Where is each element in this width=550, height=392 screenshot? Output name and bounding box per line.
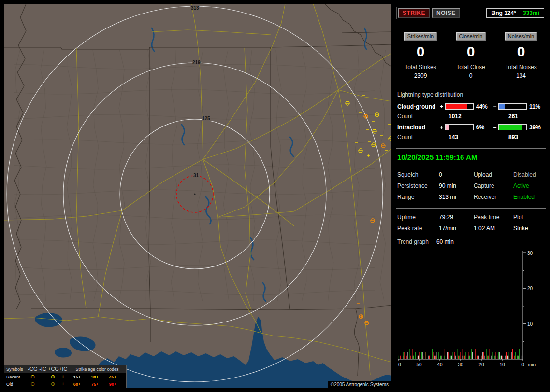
legend-header-row: Symbols -CG -IC +CG +IC Strike age color… xyxy=(4,365,126,373)
legend-col-neg-ic: -IC xyxy=(38,366,48,372)
legend-col-neg-cg: -CG xyxy=(28,366,38,372)
count-label: Count xyxy=(397,113,440,120)
strikes-column: Strikes/min 0 Total Strikes 2309 xyxy=(395,32,446,79)
cloud-ground-label: Cloud-ground xyxy=(397,103,439,110)
ic-plus-pct: 6% xyxy=(476,124,492,131)
close-per-min-button[interactable]: Close/min xyxy=(456,32,486,41)
uptime-label: Uptime xyxy=(397,214,439,221)
svg-text:min: min xyxy=(528,362,536,367)
peak-time-value: 1:02 AM xyxy=(474,225,513,232)
squelch-label: Squelch xyxy=(397,171,439,178)
trend-window-value: 60 min xyxy=(436,238,454,245)
cloud-ground-count-row: Count 1012 261 xyxy=(397,113,545,120)
strikes-per-min-button[interactable]: Strikes/min xyxy=(404,32,437,41)
trend-graph-chart: 1020306050403020100min xyxy=(398,249,543,374)
county-borders-layer xyxy=(14,50,386,301)
ic-plus-bar xyxy=(445,124,473,130)
minus-sign: − xyxy=(492,103,498,110)
squelch-value: 0 xyxy=(439,171,474,178)
svg-text:10: 10 xyxy=(527,322,533,327)
ring-labels-layer: 31321912531 xyxy=(191,5,210,178)
ic-minus-count: 893 xyxy=(502,134,518,140)
strike-symbol xyxy=(367,154,370,157)
persistence-label: Persistence xyxy=(397,182,439,189)
strike-symbol xyxy=(373,129,376,133)
legend-age-45: 45+ xyxy=(104,375,122,379)
capture-value: Active xyxy=(513,182,545,189)
svg-text:20: 20 xyxy=(527,286,533,291)
legend-recent-label: Recent xyxy=(4,375,28,379)
separator xyxy=(396,148,546,149)
svg-text:60: 60 xyxy=(398,362,401,367)
trend-header: Trend graph 60 min xyxy=(397,238,545,245)
cg-plus-count: 1012 xyxy=(440,113,502,120)
noises-per-min-button[interactable]: Noises/min xyxy=(505,32,537,41)
strikes-per-min-value: 0 xyxy=(417,44,425,59)
strike-symbol xyxy=(381,144,385,148)
legend-symbols-header: Symbols xyxy=(4,367,28,372)
separator xyxy=(396,87,546,87)
circle-minus-icon: ⊖ xyxy=(28,374,38,379)
noise-mode-button[interactable]: NOISE xyxy=(432,8,460,18)
legend-col-pos-cg: +CG xyxy=(48,366,58,372)
range-label: Range xyxy=(397,194,439,200)
strike-mode-button[interactable]: STRIKE xyxy=(398,8,430,18)
strike-symbol xyxy=(364,114,368,118)
cg-plus-bar xyxy=(445,103,473,110)
legend-age-15: 15+ xyxy=(68,375,86,379)
noises-column: Noises/min 0 Total Noises 134 xyxy=(496,32,546,79)
peak-rate-value: 17/min xyxy=(439,225,474,232)
noises-per-min-value: 0 xyxy=(517,44,525,59)
strike-symbol xyxy=(359,315,363,319)
rate-columns: Strikes/min 0 Total Strikes 2309 Close/m… xyxy=(395,32,547,79)
cg-minus-pct: 11% xyxy=(529,103,545,110)
svg-text:0: 0 xyxy=(521,362,524,367)
total-noises-label: Total Noises xyxy=(505,64,536,70)
legend-age-60: 60+ xyxy=(68,382,86,387)
legend-col-pos-ic: +IC xyxy=(58,366,68,372)
map-legend: Symbols -CG -IC +CG +IC Strike age color… xyxy=(4,365,127,388)
close-per-min-value: 0 xyxy=(467,44,475,59)
strike-symbol xyxy=(359,149,362,153)
minus-icon: − xyxy=(38,374,48,379)
top-status-bar: STRIKE NOISE Bng 124° 333mi xyxy=(396,7,546,19)
legend-age-75: 75+ xyxy=(86,382,104,387)
status-grid: Squelch 0 Upload Disabled Persistence 90… xyxy=(397,171,545,200)
separator xyxy=(396,166,546,166)
uptime-value: 79:29 xyxy=(439,214,474,221)
receiver-position-marker xyxy=(194,193,195,195)
upload-value: Disabled xyxy=(513,171,545,178)
strike-symbol xyxy=(365,321,369,325)
trend-graph-label: Trend graph xyxy=(397,238,429,245)
cg-plus-pct: 44% xyxy=(476,103,492,110)
plot-value: Strike xyxy=(513,225,545,232)
svg-text:40: 40 xyxy=(437,362,443,367)
svg-text:219: 219 xyxy=(192,60,201,65)
minus-icon: − xyxy=(38,381,48,387)
range-value: 313 mi xyxy=(439,194,474,200)
ic-minus-pct: 39% xyxy=(529,124,545,131)
map-panel[interactable]: 31321912531 Symbols -CG -IC +CG +IC Stri… xyxy=(4,4,391,388)
capture-label: Capture xyxy=(474,182,513,189)
cg-minus-bar xyxy=(498,103,526,110)
receiver-label: Receiver xyxy=(474,194,513,200)
peak-rate-label: Peak rate xyxy=(397,225,439,232)
svg-text:20: 20 xyxy=(478,362,484,367)
svg-text:313: 313 xyxy=(191,5,199,11)
total-strikes-value: 2309 xyxy=(414,72,427,79)
bearing-readout: Bng 124° 333mi xyxy=(486,8,544,18)
legend-old-row: Old ⊖ − ⊕ + 60+ 75+ 90+ xyxy=(4,380,126,388)
intracloud-count-row: Count 143 893 xyxy=(397,134,545,140)
circle-minus-icon: ⊖ xyxy=(28,381,38,387)
persistence-value: 90 min xyxy=(439,182,474,189)
svg-text:31: 31 xyxy=(193,173,199,178)
svg-text:30: 30 xyxy=(527,251,533,256)
plus-sign: + xyxy=(439,124,445,131)
total-strikes-label: Total Strikes xyxy=(405,64,436,70)
lightning-map[interactable]: 31321912531 xyxy=(4,4,391,388)
peak-time-label: Peak time xyxy=(474,214,513,221)
plus-sign: + xyxy=(439,103,445,110)
legend-age-90: 90+ xyxy=(104,382,122,387)
strike-symbol xyxy=(371,219,375,223)
plot-label: Plot xyxy=(513,214,545,221)
